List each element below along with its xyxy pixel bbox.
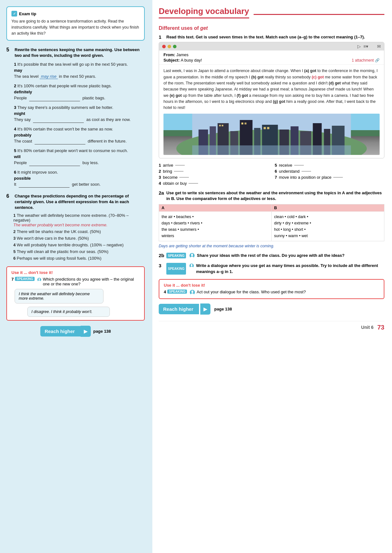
section-5-items: 1 It's possible that the sea level will … — [6, 61, 145, 188]
item-5-1-sentence: The sea level may rise in the next 50 ye… — [14, 73, 145, 80]
section-6-item-5: 5 They will clean all the plastic from o… — [13, 249, 145, 254]
right-column: Developing vocabulary Different uses of … — [152, 0, 392, 553]
section-5-num: 5 — [6, 47, 12, 58]
keyword-definitely: definitely — [14, 90, 145, 94]
unit-label: Unit 6 — [361, 325, 374, 330]
table-cell-a: the air • beaches •days • deserts • rive… — [159, 211, 272, 241]
reach-higher-btn-right[interactable]: Reach higher — [159, 304, 199, 314]
reach-higher-btn-left[interactable]: Reach higher — [40, 326, 81, 336]
section-2a-header: 2a Use get to write six sentences about … — [159, 190, 384, 202]
s6-answer-1: The weather probably won't become more e… — [13, 223, 108, 227]
email-header: From: James Subject: A busy day! 1 attac… — [159, 50, 384, 65]
match-2: 2 bring — [159, 169, 269, 174]
email-toolbar-icons: ▷ ≡▾ ✉ — [357, 44, 381, 49]
red-divider — [254, 14, 384, 15]
diff-uses-title: Different uses of get — [159, 25, 384, 31]
attachment-text: 1 attachment — [352, 58, 374, 63]
svg-point-32 — [191, 290, 193, 293]
item-5-1-num: 1 — [14, 62, 16, 67]
menu-icon[interactable]: ≡▾ — [363, 44, 368, 49]
section-2a-instruction: Use get to write six sentences about the… — [166, 190, 384, 202]
match-blank-7 — [333, 177, 343, 177]
item-5-5-sentence: People buy less. — [14, 160, 145, 166]
svg-point-33 — [191, 293, 194, 295]
envelope-icon[interactable]: ✉ — [377, 44, 381, 49]
use-it-num-left: 7 — [11, 277, 14, 282]
svg-point-1 — [39, 278, 40, 280]
exercise-item-5-2: 2 It's 100% certain that people will reu… — [14, 83, 145, 101]
match-num-2: 2 — [159, 169, 161, 174]
reach-higher-left[interactable]: Reach higher ▶ page 138 — [6, 326, 145, 337]
match-num-6: 6 — [275, 169, 277, 174]
item-5-2-text: It's 100% certain that people will reuse… — [17, 83, 112, 88]
get-a: (a) got — [304, 69, 316, 73]
email-titlebar: ▷ ≡▾ ✉ — [159, 42, 384, 50]
speaking-badge-2b: SPEAKING — [166, 253, 186, 258]
speaking-icon-2b — [189, 253, 195, 258]
item-5-2-sentence: People plastic bags. — [14, 95, 145, 101]
table-header-b: B — [272, 204, 384, 211]
table-header-a: A — [159, 204, 272, 211]
check-icon: ✓ — [11, 11, 17, 17]
section-6-instruction: Change these predictions depending on th… — [15, 193, 145, 211]
item-5-6-sentence: It get better soon. — [14, 181, 145, 188]
exercise-item-5-5: 5 It's 80% certain that people won't wan… — [14, 148, 145, 166]
dev-vocab-header: Developing vocabulary — [159, 6, 384, 22]
s6-text-4: We will probably have terrible droughts.… — [17, 243, 124, 247]
section-6-num: 6 — [6, 193, 12, 211]
item-5-3-text: They say there's a possibility summers w… — [17, 105, 113, 110]
exam-tip-box: ✓ Exam tip You are going to do a sentenc… — [6, 6, 145, 41]
speaking-badge-3: SPEAKING — [166, 263, 186, 274]
section-6-item-4: 4 We will probably have terrible drought… — [13, 243, 145, 247]
exam-tip-title: Exam tip — [19, 11, 36, 16]
dot-red — [162, 45, 166, 48]
s6-text-2: There will be sharks near the UK coast. … — [17, 229, 101, 234]
match-6: 6 understand — [275, 169, 385, 174]
section-6-item-1: 1 The weather will definitely become mor… — [13, 213, 145, 227]
exercise-item-5-4: 4 It's 80% certain the coast won't be th… — [14, 126, 145, 144]
reach-higher-arrow-right[interactable]: ▶ — [200, 303, 210, 315]
match-blank-3 — [179, 177, 189, 177]
s6-text-6: Perhaps we will stop using fossil fuels.… — [17, 256, 102, 261]
speaking-icon-left — [37, 277, 41, 283]
bubble-right-1: I disagree. I think it probably won't. — [27, 307, 110, 317]
match-num-3: 3 — [159, 175, 161, 180]
section-3-num: 3 — [159, 263, 164, 274]
use-it-speaking-left: 7 SPEAKING Which predictions do you agre… — [11, 277, 140, 286]
subject-value: A busy day! — [181, 58, 202, 63]
keyword-may: may — [14, 68, 145, 73]
reach-higher-page-left: page 138 — [93, 329, 111, 334]
page-number: 73 — [377, 324, 384, 331]
blank-6 — [19, 187, 70, 188]
section-5-instruction: Rewrite the sentences keeping the same m… — [15, 47, 145, 58]
match-word-5: receive — [279, 163, 292, 168]
section-3-header: 3 SPEAKING Write a dialogue where you us… — [159, 263, 384, 274]
get-b: (b) got — [251, 75, 264, 79]
match-num-1: 1 — [159, 163, 161, 168]
speaking-badge-left: SPEAKING — [15, 277, 35, 281]
use-it-instruction-right: Act out your dialogue for the class. Who… — [196, 290, 306, 294]
s6-text-1: The weather will definitely become more … — [13, 213, 129, 223]
match-word-3: become — [163, 175, 177, 180]
svg-point-30 — [190, 267, 193, 268]
item-5-2-num: 2 — [14, 83, 16, 88]
use-it-header-right: Use it ... don't lose it! — [164, 283, 379, 288]
s6-text-3: We won't drive cars in the future. (50%) — [17, 236, 89, 241]
reach-higher-right[interactable]: Reach higher ▶ page 138 — [159, 303, 384, 315]
get-c: (c) got — [312, 75, 324, 79]
section-5: 5 Rewrite the sentences keeping the same… — [6, 47, 145, 187]
match-word-2: bring — [163, 169, 172, 174]
reach-higher-arrow-left[interactable]: ▶ — [81, 326, 91, 337]
blank-4 — [35, 144, 85, 144]
section-right-1: 1 Read this text. Get is used seven time… — [159, 34, 384, 186]
item-5-6-text: It might improve soon. — [17, 170, 58, 175]
match-num-7: 7 — [275, 175, 277, 180]
forward-icon[interactable]: ▷ — [357, 44, 361, 49]
email-from-row: From: James — [163, 52, 380, 57]
get-e: (e) got — [169, 93, 182, 98]
item-5-1-text: It's possible that the sea level will go… — [17, 62, 128, 67]
table-ab: A B the air • beaches •days • deserts • … — [159, 204, 384, 241]
section-6-items: 1 The weather will definitely become mor… — [6, 213, 145, 261]
keyword-will: will — [14, 154, 145, 159]
get-g: (g) got — [273, 99, 285, 104]
